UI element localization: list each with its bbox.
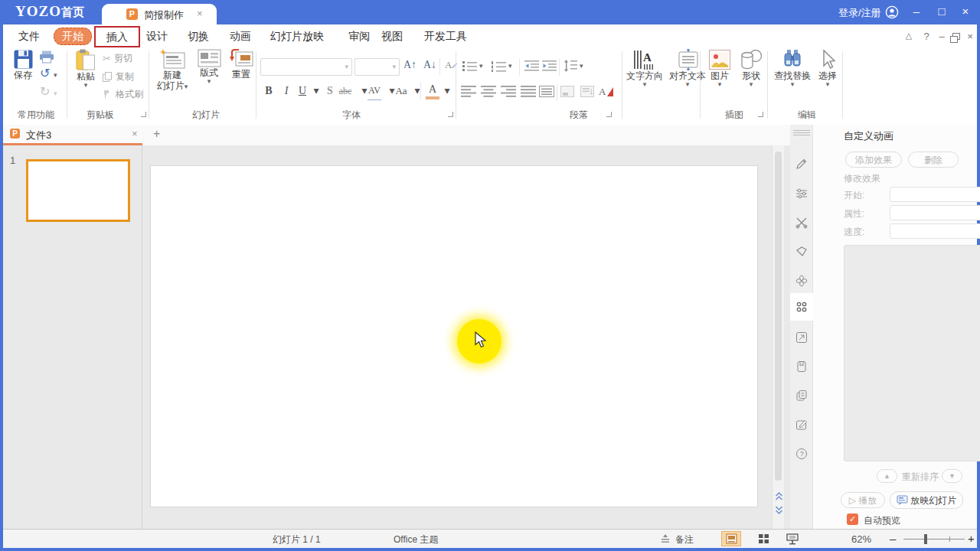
change-case-button[interactable]: Aa — [394, 83, 408, 99]
pinwheel-icon[interactable] — [795, 275, 808, 287]
reorder-up-button[interactable]: ▲ — [877, 469, 897, 483]
menu-slideshow[interactable]: 幻灯片放映 — [270, 30, 324, 44]
find-replace-button[interactable]: 查找替换 ▾ — [772, 49, 813, 87]
help-pane-icon[interactable]: ? — [795, 448, 808, 460]
add-effect-button[interactable]: 添加效果 — [845, 152, 902, 168]
theme-name[interactable]: Office 主题 — [394, 533, 438, 546]
menu-view[interactable]: 视图 — [381, 30, 403, 44]
compose-pane-icon[interactable] — [795, 419, 808, 431]
new-slide-button[interactable]: 新建 幻灯片▾ — [155, 49, 190, 91]
menu-design[interactable]: 设计 — [146, 30, 168, 44]
numbering-dropdown-arrow-icon[interactable]: ▾ — [508, 64, 512, 69]
document-window-tab[interactable]: P 简报制作 × — [102, 4, 217, 24]
format-painter-button[interactable]: 格式刷 — [103, 88, 143, 101]
animation-effects-list[interactable] — [844, 245, 980, 461]
undo-dropdown-arrow-icon[interactable]: ▾ — [54, 73, 57, 78]
menu-transition[interactable]: 切换 — [188, 30, 209, 44]
redo-icon[interactable]: ↻ — [40, 84, 50, 99]
redo-dropdown-arrow-icon[interactable]: ▾ — [54, 91, 57, 96]
pen-tool-icon[interactable] — [795, 158, 808, 170]
property-select[interactable]: ▾ — [890, 205, 980, 220]
cut-button[interactable]: ✂ 剪切 — [103, 52, 132, 65]
text-direction-button[interactable]: A 文字方向 ▾ — [625, 49, 665, 87]
bold-button[interactable]: B — [262, 83, 276, 99]
columns-icon[interactable] — [560, 86, 574, 97]
char-spacing-button[interactable]: AV — [368, 83, 381, 100]
slide-sorter-view-button[interactable] — [753, 531, 773, 546]
image-pane-icon[interactable] — [795, 331, 808, 344]
font-family-select[interactable]: ▾ — [260, 58, 352, 76]
zoom-slider-track[interactable] — [903, 539, 965, 540]
notes-toggle[interactable]: 备注 — [675, 533, 694, 546]
menu-file[interactable]: 文件 — [18, 30, 40, 44]
notes-icon[interactable] — [660, 534, 671, 544]
underline-button[interactable]: U — [296, 83, 309, 99]
underline-dropdown-arrow-icon[interactable]: ▾ — [309, 83, 323, 99]
previous-slide-button[interactable] — [775, 491, 783, 501]
pane-drag-handle[interactable] — [793, 130, 810, 136]
next-slide-button[interactable] — [775, 505, 783, 515]
bullets-icon[interactable] — [462, 60, 477, 72]
copy-pane-icon[interactable] — [795, 390, 808, 402]
doc-minimize-icon[interactable]: – — [936, 31, 948, 42]
numbering-icon[interactable] — [492, 60, 506, 72]
save-button[interactable]: 保存 — [9, 49, 37, 80]
help-icon[interactable]: ? — [920, 31, 933, 42]
slide-editing-surface[interactable] — [150, 165, 758, 507]
align-justify-icon[interactable] — [521, 86, 536, 97]
bookmark-pane-icon[interactable] — [795, 360, 808, 373]
print-icon[interactable] — [39, 51, 54, 64]
paint-icon[interactable] — [795, 246, 808, 258]
picture-button[interactable]: 图片 ▾ — [704, 49, 735, 87]
strikethrough-button[interactable]: abc — [338, 83, 352, 99]
text-vertical-icon[interactable] — [580, 86, 594, 97]
vertical-scrollbar[interactable] — [772, 145, 784, 529]
autofit-icon[interactable]: A — [599, 84, 614, 98]
login-register-link[interactable]: 登录/注册 — [838, 6, 881, 20]
doc-restore-icon[interactable] — [952, 33, 960, 40]
italic-button[interactable]: I — [279, 83, 293, 99]
copy-button[interactable]: 复制 — [103, 70, 134, 83]
window-close-button[interactable]: × — [959, 5, 972, 18]
font-color-dropdown-arrow-icon[interactable]: ▾ — [440, 83, 454, 99]
paragraph-dialog-launcher[interactable] — [606, 112, 612, 117]
font-size-select[interactable]: ▾ — [354, 58, 400, 76]
speed-select[interactable]: ▾ — [890, 223, 980, 239]
slide-show-button[interactable]: 放映幻灯片 — [890, 491, 963, 509]
menu-review[interactable]: 审阅 — [348, 30, 370, 44]
close-icon[interactable]: × — [132, 128, 138, 139]
normal-view-button[interactable] — [721, 531, 741, 546]
increase-font-button[interactable]: A↑ — [403, 59, 416, 71]
user-avatar-icon[interactable] — [885, 5, 899, 19]
delete-effect-button[interactable]: 删除 — [908, 152, 959, 168]
distribute-text-icon[interactable] — [539, 86, 554, 97]
select-button[interactable]: 选择 ▾ — [813, 49, 842, 87]
paste-button[interactable]: 粘贴 ▾ — [70, 49, 101, 88]
document-tab-active[interactable]: P 文件3 × — [3, 125, 142, 145]
align-text-button[interactable]: 对齐文本 ▾ — [668, 49, 707, 87]
window-minimize-button[interactable]: – — [910, 5, 923, 18]
zoom-out-button[interactable]: – — [890, 532, 896, 545]
font-dialog-launcher[interactable] — [448, 112, 453, 117]
bullets-dropdown-arrow-icon[interactable]: ▾ — [479, 64, 483, 69]
close-icon[interactable]: × — [197, 8, 203, 19]
align-center-icon[interactable] — [481, 86, 496, 97]
illustration-dialog-launcher[interactable] — [758, 112, 763, 117]
align-left-icon[interactable] — [461, 86, 476, 97]
line-spacing-dropdown-arrow-icon[interactable]: ▾ — [580, 64, 583, 69]
zoom-in-button[interactable]: + — [968, 532, 975, 545]
layout-button[interactable]: 版式 ▾ — [194, 49, 224, 84]
slide-thumbnail-selected[interactable] — [26, 159, 130, 222]
animation-pane-icon-active[interactable] — [795, 301, 808, 313]
play-button[interactable]: ▷ 播放 — [841, 492, 885, 508]
collapse-ribbon-icon[interactable]: △ — [903, 31, 915, 41]
align-right-icon[interactable] — [501, 86, 516, 97]
shape-button[interactable]: 形状 ▾ — [737, 49, 766, 87]
reset-slide-button[interactable]: 重置 — [226, 49, 256, 80]
doc-close-icon[interactable]: × — [964, 31, 976, 42]
scrollbar-thumb[interactable] — [775, 152, 782, 481]
tools-icon[interactable] — [795, 217, 808, 229]
settings-sliders-icon[interactable] — [795, 187, 808, 200]
menu-animation[interactable]: 动画 — [230, 30, 251, 44]
undo-icon[interactable]: ↺ — [40, 66, 50, 80]
